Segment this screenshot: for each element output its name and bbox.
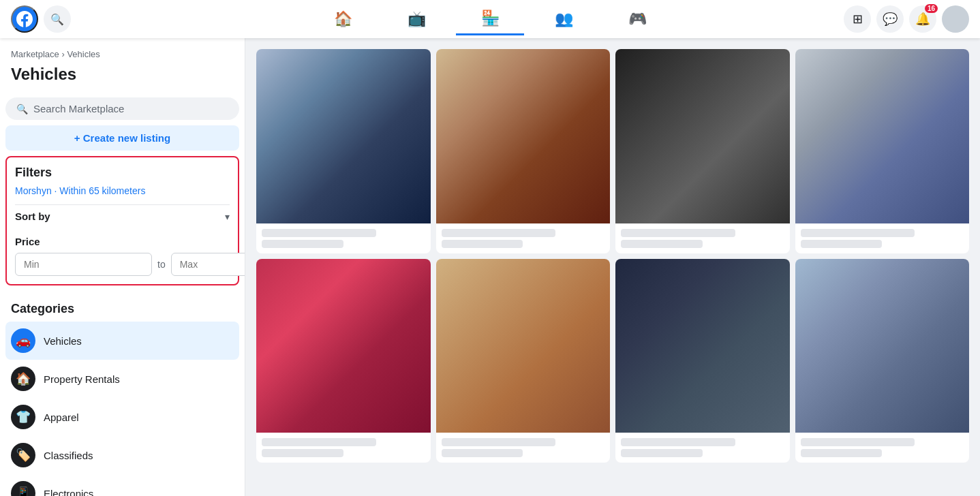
breadcrumb: Marketplace › Vehicles (5, 46, 239, 62)
breadcrumb-parent[interactable]: Marketplace (11, 49, 59, 59)
user-avatar-button[interactable] (942, 5, 969, 33)
search-bar[interactable]: 🔍 Search Marketplace (5, 97, 239, 120)
listing-image (615, 49, 790, 223)
listing-image (795, 49, 970, 223)
listing-price (801, 438, 915, 446)
property-rentals-icon: 🏠 (11, 367, 35, 391)
listing-info (795, 223, 970, 253)
grid-icon: ⊞ (853, 12, 863, 27)
nav-video-button[interactable]: 📺 (382, 3, 450, 35)
listing-image (615, 259, 790, 433)
listing-card[interactable] (795, 49, 970, 253)
apps-menu-button[interactable]: ⊞ (844, 5, 871, 33)
sidebar-item-classifieds[interactable]: 🏷️ Classifieds (5, 436, 239, 474)
listing-price (262, 229, 376, 237)
listing-price (801, 229, 915, 237)
listing-name (801, 240, 883, 248)
nav-left: 🔍 (11, 5, 174, 33)
marketplace-icon: 🏪 (481, 10, 500, 27)
messenger-icon: 💬 (883, 12, 898, 27)
classifieds-icon: 🏷️ (11, 443, 35, 467)
listing-image (436, 259, 611, 433)
price-max-input[interactable] (171, 253, 245, 276)
notification-count-badge: 16 (925, 4, 938, 13)
sort-by-row[interactable]: Sort by ▾ (15, 204, 230, 228)
nav-groups-button[interactable]: 👥 (530, 3, 598, 35)
facebook-icon (16, 11, 33, 27)
search-icon: 🔍 (50, 13, 64, 26)
listing-card[interactable] (795, 259, 970, 463)
listing-price (442, 438, 556, 446)
page-title: Vehicles (5, 62, 239, 92)
listing-card[interactable] (256, 49, 431, 253)
breadcrumb-current: Vehicles (67, 49, 99, 59)
listing-name (262, 449, 343, 457)
listing-image-placeholder (256, 259, 431, 433)
sidebar: Marketplace › Vehicles Vehicles 🔍 Search… (0, 38, 245, 496)
listing-info (795, 433, 970, 463)
listing-card[interactable] (256, 259, 431, 463)
filters-location[interactable]: Morshyn · Within 65 kilometers (15, 185, 230, 196)
facebook-logo-button[interactable] (11, 5, 38, 33)
top-search-button[interactable]: 🔍 (44, 5, 71, 33)
notifications-button[interactable]: 🔔 16 (909, 5, 936, 33)
listing-info (436, 433, 611, 463)
property-rentals-label: Property Rentals (44, 373, 120, 385)
search-bar-icon: 🔍 (16, 104, 28, 114)
listing-name (262, 240, 343, 248)
listing-name (442, 449, 523, 457)
listing-card[interactable] (615, 49, 790, 253)
categories-title: Categories (5, 291, 239, 322)
listing-image-placeholder (795, 259, 970, 433)
listing-info (436, 223, 611, 253)
listing-price (442, 229, 556, 237)
listing-image-placeholder (436, 259, 611, 433)
listing-image-placeholder (795, 49, 970, 223)
vehicles-label: Vehicles (44, 335, 82, 347)
nav-marketplace-button[interactable]: 🏪 (456, 3, 524, 35)
listing-info (256, 223, 431, 253)
nav-gaming-button[interactable]: 🎮 (603, 3, 671, 35)
listing-image (256, 259, 431, 433)
listing-card[interactable] (615, 259, 790, 463)
listing-price (621, 438, 735, 446)
home-icon: 🏠 (334, 10, 352, 28)
listing-image (256, 49, 431, 223)
vehicles-icon: 🚗 (11, 328, 35, 353)
messenger-button[interactable]: 💬 (876, 5, 904, 33)
sidebar-item-property-rentals[interactable]: 🏠 Property Rentals (5, 360, 239, 398)
price-min-input[interactable] (15, 253, 152, 276)
sidebar-item-electronics[interactable]: 📱 Electronics (5, 474, 239, 496)
listing-info (256, 433, 431, 463)
sidebar-item-apparel[interactable]: 👕 Apparel (5, 398, 239, 436)
listing-image-placeholder (256, 49, 431, 223)
groups-icon: 👥 (555, 10, 573, 28)
gaming-icon: 🎮 (628, 10, 647, 28)
listing-info (615, 223, 790, 253)
listing-image (795, 259, 970, 433)
listing-price (621, 229, 735, 237)
listing-card[interactable] (436, 49, 611, 253)
listing-name (442, 240, 523, 248)
sidebar-item-vehicles[interactable]: 🚗 Vehicles (5, 322, 239, 360)
electronics-icon: 📱 (11, 481, 35, 496)
classifieds-label: Classifieds (44, 450, 93, 461)
nav-right: ⊞ 💬 🔔 16 (806, 5, 969, 33)
top-navigation: 🔍 🏠 📺 🏪 👥 🎮 ⊞ 💬 🔔 16 (0, 0, 980, 38)
chevron-down-icon: ▾ (225, 211, 230, 222)
listing-info (615, 433, 790, 463)
listing-card[interactable] (436, 259, 611, 463)
listing-name (801, 449, 883, 457)
price-label: Price (15, 236, 230, 247)
nav-center: 🏠 📺 🏪 👥 🎮 (174, 3, 806, 35)
breadcrumb-separator: › (61, 49, 64, 59)
price-section: Price to (15, 228, 230, 276)
filters-box: Filters Morshyn · Within 65 kilometers S… (5, 156, 239, 285)
electronics-label: Electronics (44, 488, 93, 497)
create-listing-button[interactable]: + Create new listing (5, 125, 239, 151)
nav-home-button[interactable]: 🏠 (309, 3, 377, 35)
video-icon: 📺 (408, 10, 426, 28)
bell-icon: 🔔 (915, 12, 930, 27)
app-body: Marketplace › Vehicles Vehicles 🔍 Search… (0, 0, 980, 496)
listing-name (621, 449, 703, 457)
